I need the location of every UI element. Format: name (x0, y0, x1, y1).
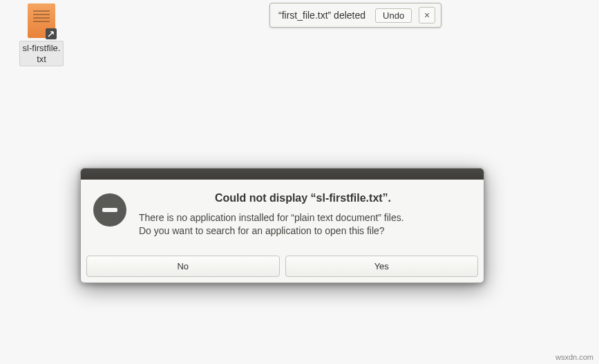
deletion-toast: “first_file.txt” deleted Undo × (269, 3, 441, 28)
no-button[interactable]: No (86, 256, 280, 277)
dialog-title: Could not display “sl-firstfile.txt”. (139, 192, 467, 204)
dialog-body: There is no application installed for “p… (139, 211, 467, 238)
dialog-text-area: Could not display “sl-firstfile.txt”. Th… (139, 192, 467, 238)
text-file-icon (28, 3, 55, 38)
dialog-titlebar[interactable] (81, 169, 484, 180)
dialog-body-line-2: Do you want to search for an application… (139, 225, 385, 236)
undo-button[interactable]: Undo (375, 8, 412, 23)
close-icon[interactable]: × (419, 7, 435, 23)
could-not-display-dialog: Could not display “sl-firstfile.txt”. Th… (80, 168, 484, 283)
shortcut-arrow-icon (46, 28, 57, 39)
dialog-body-line-1: There is no application installed for “p… (139, 212, 404, 223)
desktop-file-label: sl-firstfile.txt (19, 41, 64, 66)
yes-button[interactable]: Yes (285, 256, 479, 277)
no-entry-icon (93, 193, 126, 227)
dialog-content: Could not display “sl-firstfile.txt”. Th… (81, 180, 484, 250)
watermark: wsxdn.com (555, 353, 593, 361)
dialog-button-row: No Yes (81, 250, 484, 282)
toast-message: “first_file.txt” deleted (276, 10, 368, 21)
desktop-file-sl-firstfile[interactable]: sl-firstfile.txt (14, 3, 69, 66)
